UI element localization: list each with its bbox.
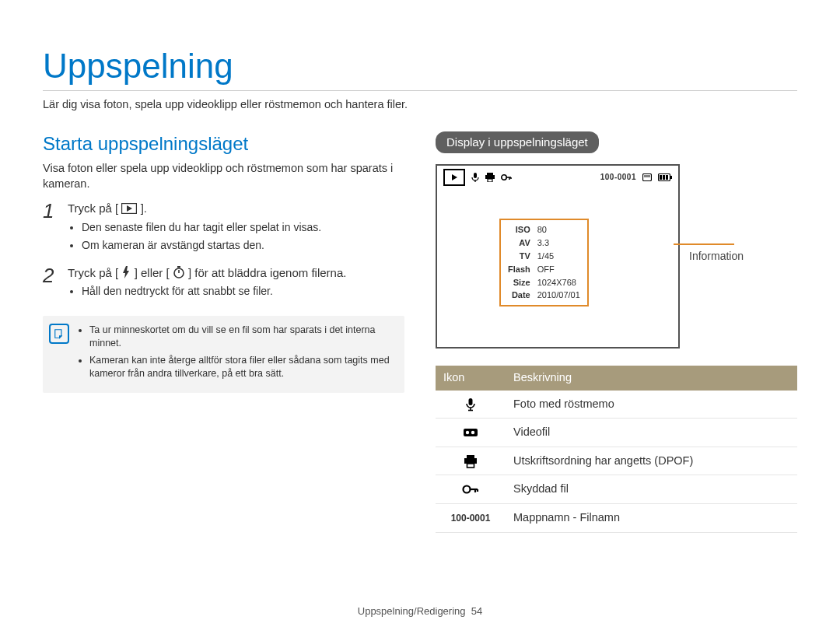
flash-icon xyxy=(121,266,131,278)
step-number: 1 xyxy=(43,201,60,255)
svg-rect-23 xyxy=(660,175,662,180)
video-icon xyxy=(443,427,498,438)
table-row: Foto med röstmemo xyxy=(436,391,797,419)
step-1-post: ]. xyxy=(141,201,147,215)
timer-icon xyxy=(173,266,185,278)
step-2-bullet: Håll den nedtryckt för att snabbt se fil… xyxy=(82,284,404,299)
play-mode-icon xyxy=(443,169,465,186)
svg-rect-22 xyxy=(670,176,672,179)
info-flash: OFF xyxy=(537,263,581,276)
printer-icon xyxy=(485,173,495,182)
lock-icon xyxy=(501,173,512,181)
svg-rect-25 xyxy=(666,175,668,180)
svg-rect-9 xyxy=(487,173,493,175)
svg-rect-16 xyxy=(643,174,652,181)
note-icon xyxy=(49,324,69,344)
info-label: Information xyxy=(689,249,744,264)
note-item: Kameran kan inte återge alltför stora fi… xyxy=(89,354,394,380)
svg-rect-11 xyxy=(488,179,492,182)
info-box: ISO80 AV3.3 TV1/45 FlashOFF Size1024X768… xyxy=(499,219,589,306)
svg-rect-24 xyxy=(663,175,665,180)
note-item: Ta ur minneskortet om du vill se en fil … xyxy=(89,324,394,350)
table-row: Skyddad fil xyxy=(436,475,797,504)
step-number: 2 xyxy=(43,265,60,302)
voice-memo-icon xyxy=(471,173,479,182)
step-1: 1 Tryck på [ ]. Den senaste filen du har… xyxy=(43,201,404,255)
step-1-bullet: Om kameran är avstängd startas den. xyxy=(82,238,404,253)
info-iso: 80 xyxy=(537,223,581,236)
step-2-post: ] för att bläddra igenom filerna. xyxy=(188,266,346,279)
svg-point-35 xyxy=(464,486,471,493)
table-row: 100-0001 Mappnamn - Filnamn xyxy=(436,504,797,533)
table-cell-desc: Utskriftsordning har angetts (DPOF) xyxy=(506,447,797,475)
lock-icon xyxy=(443,484,498,495)
icon-description-table: Ikon Beskrivning Foto med röstmemo xyxy=(436,366,797,532)
svg-marker-6 xyxy=(452,174,457,180)
chapter-title: Uppspelning xyxy=(43,43,797,91)
folder-file-icon-text: 100-0001 xyxy=(436,504,506,533)
table-cell-desc: Skyddad fil xyxy=(506,475,797,504)
battery-icon xyxy=(658,173,672,181)
printer-icon xyxy=(443,454,498,468)
display-heading: Display i uppspelningsläget xyxy=(436,131,599,153)
step-2-mid: ] eller [ xyxy=(135,266,170,279)
step-2: 2 Tryck på [ ] eller [ ] för att bläddra… xyxy=(43,265,404,302)
info-tv: 1/45 xyxy=(537,250,581,263)
table-row: Videofil xyxy=(436,419,797,447)
table-cell-desc: Mappnamn - Filnamn xyxy=(506,504,797,533)
step-1-bullet: Den senaste filen du har tagit eller spe… xyxy=(82,220,404,235)
svg-rect-7 xyxy=(474,173,477,178)
svg-point-31 xyxy=(471,431,474,434)
svg-rect-5 xyxy=(177,266,180,268)
svg-rect-26 xyxy=(469,398,473,405)
svg-marker-2 xyxy=(123,266,129,278)
table-head-desc: Beskrivning xyxy=(506,366,797,391)
info-av: 3.3 xyxy=(537,236,581,250)
play-button-icon xyxy=(121,203,137,214)
chapter-subtitle: Lär dig visa foton, spela upp videoklipp… xyxy=(43,97,797,113)
svg-point-30 xyxy=(466,431,469,434)
memory-card-icon xyxy=(642,173,652,181)
step-1-text: Tryck på [ ]. xyxy=(68,201,404,216)
note-box: Ta ur minneskortet om du vill se en fil … xyxy=(43,316,404,394)
folder-file-counter: 100-0001 xyxy=(600,172,636,183)
table-row: Utskriftsordning har angetts (DPOF) xyxy=(436,447,797,475)
svg-marker-1 xyxy=(127,205,132,212)
page-footer: Uppspelning/Redigering 54 xyxy=(0,604,840,618)
table-cell-desc: Videofil xyxy=(506,419,797,447)
svg-rect-34 xyxy=(467,464,474,468)
voice-memo-icon xyxy=(443,398,498,412)
step-2-text: Tryck på [ ] eller [ ] för att bläddra i… xyxy=(68,265,404,281)
svg-rect-29 xyxy=(464,429,478,436)
info-size: 1024X768 xyxy=(537,276,581,289)
table-cell-desc: Foto med röstmemo xyxy=(506,391,797,419)
camera-display: 100-0001 ISO80 xyxy=(436,164,680,349)
svg-rect-10 xyxy=(485,175,495,179)
section-title-start: Starta uppspelningsläget xyxy=(43,131,404,156)
intro-text: Visa foton eller spela upp videoklipp oc… xyxy=(43,161,404,191)
svg-rect-32 xyxy=(467,455,474,458)
table-head-icon: Ikon xyxy=(436,366,506,391)
footer-page-number: 54 xyxy=(471,605,482,617)
svg-rect-33 xyxy=(464,458,477,464)
step-1-pre: Tryck på [ xyxy=(68,201,118,215)
step-2-pre: Tryck på [ xyxy=(68,266,118,279)
svg-point-12 xyxy=(502,175,506,180)
info-date: 2010/07/01 xyxy=(537,289,581,302)
footer-section: Uppspelning/Redigering xyxy=(358,605,466,617)
info-leader-line xyxy=(674,243,734,245)
